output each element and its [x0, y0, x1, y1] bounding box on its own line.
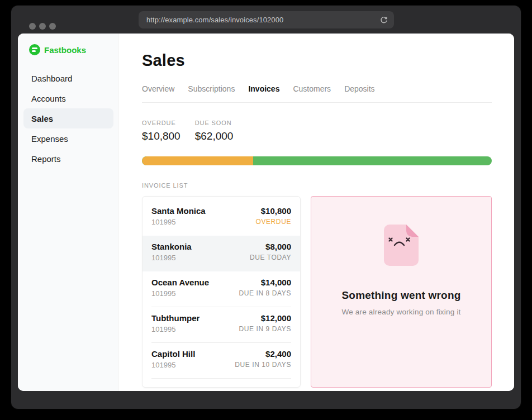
tab-customers[interactable]: Customers [293, 84, 331, 93]
tab-bar: Overview Subscriptions Invoices Customer… [142, 84, 492, 103]
sidebar-item-label: Expenses [31, 134, 68, 144]
url-text[interactable]: http://example.com/sales/invoices/102000 [146, 16, 379, 24]
invoice-left: Tubthumper 101995 [151, 313, 200, 343]
stat-due-soon: DUE SOON $62,000 [195, 120, 234, 142]
error-subtitle: We are already working on fixing it [311, 308, 491, 316]
invoice-amount: $10,800 [255, 206, 291, 216]
invoice-right: $12,000 DUE IN 9 DAYS [239, 313, 291, 343]
invoice-name: Ocean Avenue [151, 278, 209, 287]
invoice-right: $2,400 DUE IN 10 DAYS [235, 349, 291, 379]
invoice-amount: $12,000 [239, 313, 291, 323]
invoice-status: DUE IN 10 DAYS [235, 361, 291, 369]
invoice-list: Santa Monica 101995 $10,800 OVERDUE Stan… [142, 196, 301, 388]
brand-name: Fastbooks [44, 45, 86, 55]
tab-invoices[interactable]: Invoices [248, 84, 279, 93]
sidebar-item-label: Sales [31, 114, 53, 123]
invoice-right: $10,800 OVERDUE [255, 206, 291, 236]
invoice-amount: $2,400 [235, 349, 291, 359]
content-row: Santa Monica 101995 $10,800 OVERDUE Stan… [142, 196, 492, 388]
tab-deposits[interactable]: Deposits [344, 84, 374, 93]
stat-value: $62,000 [195, 130, 234, 142]
error-title: Something went wrong [311, 289, 491, 302]
invoice-name: Santa Monica [151, 206, 206, 216]
browser-titlebar: http://example.com/sales/invoices/102000 [11, 6, 521, 34]
invoice-left: Ocean Avenue 101995 [151, 278, 209, 307]
invoice-row[interactable]: Ocean Avenue 101995 $14,000 DUE IN 8 DAY… [142, 271, 300, 307]
page-title: Sales [142, 51, 492, 70]
sad-document-icon [384, 225, 419, 266]
stat-label: OVERDUE [142, 120, 180, 126]
stat-overdue: OVERDUE $10,800 [142, 120, 180, 142]
invoice-row[interactable]: Tubthumper 101995 $12,000 DUE IN 9 DAYS [142, 307, 300, 343]
invoice-status: DUE IN 9 DAYS [239, 325, 291, 333]
error-panel: Something went wrong We are already work… [311, 196, 492, 388]
window-control-zoom[interactable] [49, 23, 56, 30]
invoice-row[interactable]: Capitol Hill 101995 $2,400 DUE IN 10 DAY… [142, 343, 300, 379]
invoice-left: Stankonia 101995 [151, 242, 192, 271]
brand: Fastbooks [18, 44, 118, 56]
stat-label: DUE SOON [195, 120, 234, 126]
invoice-number: 101995 [151, 289, 209, 298]
stat-value: $10,800 [142, 130, 180, 142]
window-control-minimize[interactable] [39, 23, 46, 30]
invoice-status: OVERDUE [255, 218, 291, 226]
sidebar-item-dashboard[interactable]: Dashboard [23, 68, 113, 88]
sidebar-item-accounts[interactable]: Accounts [23, 88, 113, 108]
invoice-right: $14,000 DUE IN 8 DAYS [239, 278, 291, 307]
fastbooks-logo-icon [29, 44, 40, 55]
invoice-status: DUE TODAY [250, 254, 291, 261]
invoice-amount: $14,000 [239, 278, 291, 287]
sidebar-nav: Dashboard Accounts Sales Expenses Report… [18, 68, 118, 169]
app-panel: Fastbooks Dashboard Accounts Sales Expen… [18, 34, 514, 391]
invoice-right: $8,000 DUE TODAY [250, 242, 291, 271]
sidebar: Fastbooks Dashboard Accounts Sales Expen… [18, 34, 118, 391]
invoice-name: Capitol Hill [151, 349, 195, 359]
invoice-row[interactable]: Santa Monica 101995 $10,800 OVERDUE [142, 200, 300, 236]
sidebar-item-expenses[interactable]: Expenses [23, 128, 113, 149]
sidebar-item-label: Dashboard [31, 74, 72, 83]
invoice-number: 101995 [151, 254, 192, 262]
invoice-status: DUE IN 8 DAYS [239, 289, 291, 297]
invoice-number: 101995 [151, 218, 206, 226]
invoice-number: 101995 [151, 325, 200, 333]
reload-icon[interactable] [379, 16, 388, 25]
browser-window: http://example.com/sales/invoices/102000… [11, 6, 521, 409]
invoice-amount: $8,000 [250, 242, 291, 251]
sidebar-item-label: Accounts [31, 94, 66, 103]
stats-row: OVERDUE $10,800 DUE SOON $62,000 [142, 120, 492, 142]
sidebar-item-sales[interactable]: Sales [23, 108, 113, 128]
invoice-name: Stankonia [151, 242, 192, 251]
sidebar-item-label: Reports [31, 154, 61, 164]
invoice-left: Capitol Hill 101995 [151, 349, 195, 379]
progress-overdue-segment [142, 156, 253, 165]
main-content: Sales Overview Subscriptions Invoices Cu… [118, 34, 514, 391]
invoice-row[interactable]: Stankonia 101995 $8,000 DUE TODAY [142, 236, 300, 271]
sidebar-item-reports[interactable]: Reports [23, 149, 113, 169]
invoice-number: 101995 [151, 361, 195, 369]
tab-overview[interactable]: Overview [142, 84, 174, 93]
invoice-name: Tubthumper [151, 313, 200, 323]
invoice-left: Santa Monica 101995 [151, 206, 206, 236]
tab-subscriptions[interactable]: Subscriptions [188, 84, 235, 93]
due-progress-bar [142, 156, 492, 165]
window-controls [29, 23, 56, 30]
invoice-list-label: INVOICE LIST [142, 182, 492, 189]
window-control-close[interactable] [29, 23, 36, 30]
url-bar[interactable]: http://example.com/sales/invoices/102000 [139, 11, 394, 28]
